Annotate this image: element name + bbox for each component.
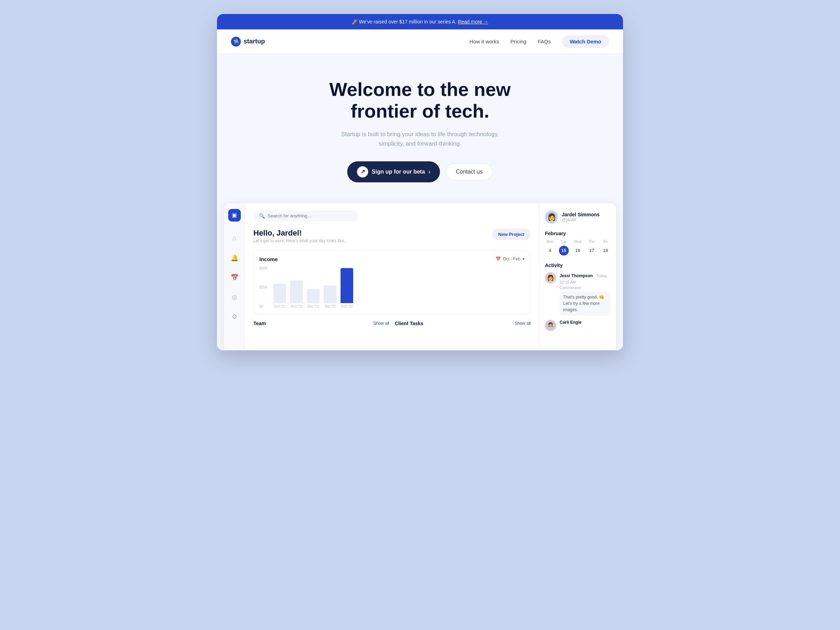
dashboard-preview: ▣ ⌂ 🔔 📅 ◎ ⚙ 🔍 Hello, Jardel! Let' (217, 200, 623, 351)
activity-comment-jessi: That's pretty good. 👊 Let's try a few mo… (560, 291, 610, 316)
tasks-header: Client Tasks Show all (395, 321, 531, 326)
logo-text: startup (243, 38, 265, 45)
dashboard-inner: ▣ ⌂ 🔔 📅 ◎ ⚙ 🔍 Hello, Jardel! Let' (224, 203, 616, 351)
calendar-days: 4 15 16 17 18 (545, 246, 610, 256)
banner-text: 🚀 We've raised over $17 million in our s… (352, 19, 457, 25)
y-label-25k: $25K (259, 285, 267, 289)
chart-bars: Oct '21 Nov '21 Dec '21 (259, 266, 525, 308)
right-panel: 👩 Jardel Simmons @jardel February Mon Tu… (539, 203, 616, 351)
y-label-0: $0 (259, 305, 267, 308)
contact-us-button[interactable]: Contact us (445, 163, 493, 180)
cal-day-16[interactable]: 16 (573, 246, 583, 256)
cal-tue: Tue (559, 240, 569, 243)
bar-jan-fill (324, 286, 336, 303)
activity-item-carli: 👩‍💼 Carli Engle (545, 320, 610, 331)
navbar: 🛸 startup How it works Pricing FAQs Watc… (217, 29, 623, 54)
cal-fri: Fri (601, 240, 610, 243)
sidebar: ▣ ⌂ 🔔 📅 ◎ ⚙ (224, 203, 245, 351)
bar-oct-fill (273, 284, 286, 303)
tasks-section: Client Tasks Show all (395, 321, 531, 329)
search-icon: 🔍 (259, 213, 265, 219)
tasks-title: Client Tasks (395, 321, 423, 326)
team-show-all[interactable]: Show all (373, 321, 389, 326)
browser-window: 🚀 We've raised over $17 million in our s… (217, 14, 623, 351)
bar-jan: Jan '22 (324, 286, 336, 308)
watch-demo-button[interactable]: Watch Demo (562, 35, 609, 48)
activity-action-jessi: Commented (560, 286, 610, 290)
bar-feb-fill (341, 268, 353, 303)
cal-day-18[interactable]: 18 (601, 246, 610, 256)
team-header: Team Show all (253, 321, 389, 326)
sidebar-home-icon[interactable]: ⌂ (228, 232, 241, 245)
search-input[interactable] (268, 213, 338, 218)
income-title: Income (259, 256, 278, 262)
logo-icon: 🛸 (231, 37, 241, 47)
bar-dec-fill (307, 289, 319, 303)
tasks-show-all[interactable]: Show all (515, 321, 531, 326)
user-name: Jardel Simmons (562, 212, 600, 217)
cal-day-15-today[interactable]: 15 (559, 246, 569, 256)
activity-avatar-carli: 👩‍💼 (545, 320, 556, 331)
bar-nov-label: Nov '21 (291, 305, 302, 308)
team-section: Team Show all (253, 321, 389, 329)
bar-nov: Nov '21 (290, 280, 303, 308)
activity-content-jessi: Jessi Thompson · Today, 10:15 AM Comment… (560, 272, 610, 316)
hello-title: Hello, Jardel! (253, 229, 345, 238)
income-header: Income 📅 Oct - Feb ▾ (259, 256, 525, 262)
activity-name-carli: Carli Engle (560, 320, 610, 325)
user-handle: @jardel (562, 217, 600, 222)
bar-oct: Oct '21 (273, 284, 286, 308)
nav-faqs[interactable]: FAQs (538, 38, 551, 44)
bar-feb: Feb '22 (341, 268, 353, 308)
user-info: 👩 Jardel Simmons @jardel (545, 210, 610, 224)
sidebar-analytics-icon[interactable]: ◎ (228, 291, 241, 303)
nav-pricing[interactable]: Pricing (510, 38, 526, 44)
bar-jan-label: Jan '22 (324, 305, 336, 308)
sidebar-notifications-icon[interactable]: 🔔 (228, 252, 241, 264)
calendar-day-names: Mon Tue Wed Thu Fri (545, 240, 610, 243)
income-section: Income 📅 Oct - Feb ▾ $50K $25K $0 (253, 250, 531, 314)
announcement-banner: 🚀 We've raised over $17 million in our s… (217, 14, 623, 29)
cal-wed: Wed (573, 240, 583, 243)
banner-cta[interactable]: Read more → (458, 19, 488, 25)
cal-day-17[interactable]: 17 (587, 246, 597, 256)
new-project-button[interactable]: New Project (492, 229, 531, 240)
y-label-50k: $50K (259, 266, 267, 270)
hero-section: Welcome to the new frontier of tech. Sta… (217, 54, 623, 200)
bar-dec-label: Dec '21 (307, 305, 319, 308)
bar-oct-label: Oct '21 (274, 305, 285, 308)
bar-feb-label: Feb '22 (341, 305, 352, 308)
hello-section: Hello, Jardel! Let's get to work. Here's… (253, 229, 531, 243)
date-filter[interactable]: 📅 Oct - Feb ▾ (496, 257, 525, 261)
arrow-icon: ↗ (357, 166, 368, 177)
bar-dec: Dec '21 (307, 289, 319, 308)
activity-content-carli: Carli Engle (560, 320, 610, 331)
cal-mon: Mon (545, 240, 555, 243)
nav-how-it-works[interactable]: How it works (469, 38, 499, 44)
sidebar-logo-icon: ▣ (228, 209, 241, 221)
hero-subtitle: Startup is built to bring your ideas to … (336, 129, 504, 148)
cal-day-4[interactable]: 4 (545, 246, 555, 256)
user-avatar: 👩 (545, 210, 558, 224)
nav-links: How it works Pricing FAQs (469, 38, 551, 44)
bar-nov-fill (290, 280, 303, 303)
income-chart: $50K $25K $0 Oct '21 Nov '21 (259, 266, 525, 308)
activity-name-jessi: Jessi Thompson (560, 273, 593, 278)
calendar-month: February (545, 231, 610, 236)
activity-avatar-jessi: 👩 (545, 272, 556, 284)
activity-title: Activity (545, 262, 610, 268)
bottom-row: Team Show all Client Tasks Show all (253, 321, 531, 329)
activity-item-jessi: 👩 Jessi Thompson · Today, 10:15 AM Comme… (545, 272, 610, 316)
hello-subtitle: Let's get to work. Here's what your day … (253, 238, 345, 243)
team-title: Team (253, 321, 266, 326)
logo[interactable]: 🛸 startup (231, 37, 265, 47)
hero-title: Welcome to the new frontier of tech. (311, 78, 529, 122)
signup-beta-button[interactable]: ↗ Sign up for our beta › (347, 161, 440, 182)
sidebar-settings-icon[interactable]: ⚙ (228, 311, 241, 323)
chart-y-labels: $50K $25K $0 (259, 266, 267, 308)
hero-buttons: ↗ Sign up for our beta › Contact us (231, 161, 609, 182)
main-content: 🔍 Hello, Jardel! Let's get to work. Here… (245, 203, 539, 351)
sidebar-calendar-icon[interactable]: 📅 (228, 271, 241, 284)
search-bar[interactable]: 🔍 (253, 210, 358, 221)
cal-thu: Thu (587, 240, 597, 243)
